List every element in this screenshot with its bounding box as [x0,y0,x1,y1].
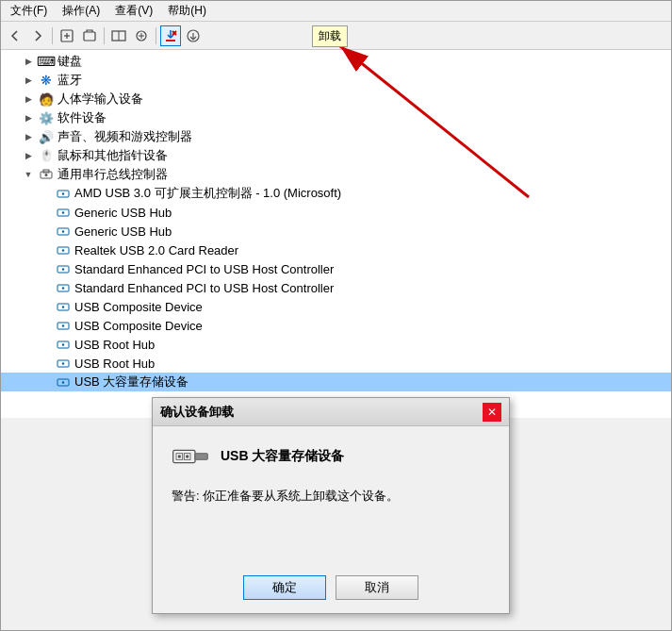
dialog-title: 确认设备卸载 [160,404,234,421]
tree-label-comp2: USB Composite Device [74,319,203,333]
tree-item-usb-root2[interactable]: ▶ USB Root Hub [1,354,671,373]
tree-item-bluetooth[interactable]: ▶ ❋ 蓝牙 [1,71,671,90]
tree-item-std-pci2[interactable]: ▶ Standard Enhanced PCI to USB Host Cont… [1,278,671,297]
more-icon [56,374,71,390]
svg-point-33 [62,362,64,364]
tree-item-audio[interactable]: ▶ 🔊 声音、视频和游戏控制器 [1,127,671,146]
back-button[interactable] [5,25,25,46]
usb-controller-icon [39,167,54,182]
svg-point-13 [45,174,48,176]
toolbar: 卸载 [1,22,671,50]
svg-rect-3 [84,32,95,41]
svg-point-29 [62,324,64,326]
tree-item-human-input[interactable]: ▶ 🧑 人体学输入设备 [1,90,671,108]
generic-hub2-icon [56,224,71,239]
tree-label-mouse: 鼠标和其他指针设备 [57,147,168,164]
toolbar-btn3[interactable] [108,25,129,46]
pci2-icon [56,280,71,295]
tree-item-software[interactable]: ▶ ⚙️ 软件设备 [1,108,671,127]
tree-label-more: USB 大容量存储设备 [74,374,188,390]
menu-help[interactable]: 帮助(H) [162,1,212,21]
svg-point-17 [62,211,64,213]
tree-label-pci2: Standard Enhanced PCI to USB Host Contro… [74,281,334,295]
composite2-icon [56,318,71,333]
dialog-body: USB 大容量存储设备 警告: 你正准备要从系统上卸载这个设备。 [153,426,509,540]
tree-label-comp1: USB Composite Device [74,300,203,314]
bluetooth-icon: ❋ [39,73,54,88]
realtek-icon [56,242,71,257]
download-button[interactable] [183,25,204,46]
audio-icon: 🔊 [39,129,54,144]
main-window: 文件(F) 操作(A) 查看(V) 帮助(H) [0,0,672,631]
toolbar-btn4[interactable] [131,25,152,46]
tree-label-realtek: Realtek USB 2.0 Card Reader [74,243,238,257]
keyboard-icon [39,54,54,69]
svg-point-27 [62,306,64,307]
device-tree: ▶ 键盘 ▶ ❋ 蓝牙 ▶ 🧑 人体学输入设备 ▶ ⚙️ 软件设备 ▶ 🔊 声音… [1,50,671,418]
svg-point-25 [62,287,64,289]
svg-point-43 [186,455,188,457]
tree-item-generic-hub1[interactable]: ▶ Generic USB Hub [1,203,671,222]
pci1-icon [56,261,71,276]
dialog-close-button[interactable]: ✕ [483,403,501,422]
tree-item-generic-hub2[interactable]: ▶ Generic USB Hub [1,222,671,241]
amd-icon [56,186,71,201]
tree-item-mouse[interactable]: ▶ 🖱️ 鼠标和其他指针设备 [1,146,671,165]
tree-item-realtek[interactable]: ▶ Realtek USB 2.0 Card Reader [1,241,671,259]
dialog-ok-button[interactable]: 确定 [243,575,326,600]
tree-item-usb-composite1[interactable]: ▶ USB Composite Device [1,297,671,316]
tree-label-root1: USB Root Hub [74,338,155,352]
expand-icon-bluetooth: ▶ [22,74,35,87]
forward-button[interactable] [27,25,48,46]
svg-point-15 [62,192,64,194]
tree-item-amd-usb[interactable]: ▶ AMD USB 3.0 可扩展主机控制器 - 1.0 (Microsoft) [1,184,671,203]
unload-tooltip: 卸载 [312,25,348,47]
toolbar-btn2[interactable] [79,25,100,46]
tree-item-usb-composite2[interactable]: ▶ USB Composite Device [1,316,671,335]
confirm-dialog: 确认设备卸载 ✕ USB 大容量 [152,397,510,614]
dialog-buttons: 确定 取消 [153,575,509,600]
unload-button[interactable] [160,25,181,46]
software-icon: ⚙️ [39,110,54,125]
menu-file[interactable]: 文件(F) [5,1,53,21]
svg-point-42 [178,455,181,457]
tree-label-usb: 通用串行总线控制器 [57,166,168,183]
mouse-icon: 🖱️ [39,148,54,163]
tree-item-usb-controllers[interactable]: ▼ 通用串行总线控制器 [1,165,671,184]
tree-item-std-pci1[interactable]: ▶ Standard Enhanced PCI to USB Host Cont… [1,259,671,278]
tree-item-usb-root1[interactable]: ▶ USB Root Hub [1,335,671,354]
expand-icon-mouse: ▶ [22,149,35,162]
tree-label-amd: AMD USB 3.0 可扩展主机控制器 - 1.0 (Microsoft) [74,185,341,202]
tree-label-gh2: Generic USB Hub [74,224,172,239]
dialog-usb-icon [172,441,209,472]
expand-icon-usb: ▼ [22,168,35,181]
dialog-warning: 警告: 你正准备要从系统上卸载这个设备。 [172,487,490,506]
tree-label-human: 人体学输入设备 [57,91,143,108]
menu-action[interactable]: 操作(A) [57,1,106,21]
tree-label-gh1: Generic USB Hub [74,206,172,220]
tree-label-keyboard: 键盘 [57,53,82,70]
tree-item-usb-more[interactable]: ▶ USB 大容量存储设备 [1,373,671,391]
tree-item-keyboard[interactable]: ▶ 键盘 [1,52,671,71]
toolbar-sep1 [52,27,53,44]
tree-label-pci1: Standard Enhanced PCI to USB Host Contro… [74,262,334,276]
menu-view[interactable]: 查看(V) [109,1,158,21]
svg-point-21 [62,249,64,251]
tree-label-root2: USB Root Hub [74,357,155,371]
root1-icon [56,337,71,352]
human-icon: 🧑 [39,91,54,107]
expand-icon-human: ▶ [22,92,35,106]
tree-label-bluetooth: 蓝牙 [57,72,82,89]
toolbar-sep2 [104,27,105,44]
root2-icon [56,356,71,371]
svg-point-35 [62,381,64,383]
dialog-cancel-button[interactable]: 取消 [336,575,418,600]
tree-label-software: 软件设备 [57,109,107,126]
toolbar-btn1[interactable] [57,25,77,46]
dialog-device-name: USB 大容量存储设备 [221,448,344,465]
svg-point-19 [62,230,64,232]
toolbar-sep3 [156,27,156,44]
svg-point-31 [62,343,64,345]
svg-point-23 [62,268,64,270]
expand-icon-keyboard: ▶ [22,55,35,68]
